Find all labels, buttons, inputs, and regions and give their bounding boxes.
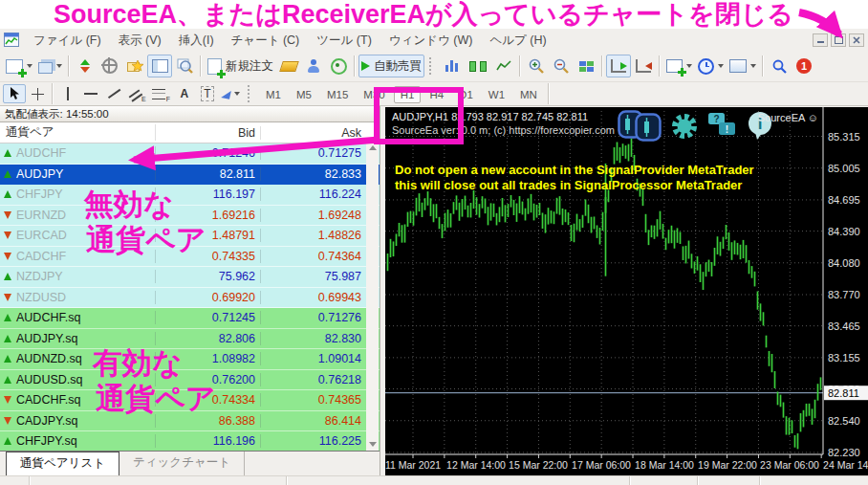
drag-handle[interactable] <box>429 57 435 75</box>
svg-text:11 Mar 2021: 11 Mar 2021 <box>385 459 441 471</box>
periods-button[interactable] <box>695 55 727 77</box>
auto-trading-button[interactable]: 自動売買 <box>358 55 424 77</box>
svg-text:84.080: 84.080 <box>828 257 860 269</box>
strategy-tester-button[interactable] <box>172 55 197 77</box>
candlestick-button[interactable] <box>465 55 491 77</box>
copier-logo-icon[interactable] <box>618 110 662 142</box>
search-button[interactable] <box>767 55 792 77</box>
market-row-CADCHF.sq[interactable]: CADCHF.sq0.743340.74365 <box>0 390 380 411</box>
play-icon <box>361 61 370 71</box>
terminal-toggle-button[interactable] <box>147 55 172 77</box>
chevron-down-icon <box>234 92 240 96</box>
menu-item[interactable]: ファイル (F) <box>25 31 110 50</box>
favorites-button[interactable] <box>122 55 147 77</box>
menu-item[interactable]: 挿入(I) <box>170 31 223 50</box>
minimize-button[interactable] <box>813 33 828 47</box>
tile-windows-button[interactable] <box>574 55 598 77</box>
community-button[interactable] <box>301 55 326 77</box>
vertical-line-button[interactable] <box>56 84 79 103</box>
gear-icon[interactable] <box>669 111 700 142</box>
down-arrow-icon <box>4 294 11 301</box>
menu-item[interactable]: ヘルプ (H) <box>481 31 554 50</box>
timeframe-h1[interactable]: H1 <box>394 86 422 103</box>
close-button[interactable] <box>849 33 864 47</box>
timeframe-h4[interactable]: H4 <box>423 86 450 103</box>
market-row-CHFJPY[interactable]: CHFJPY116.197116.224 <box>0 185 380 206</box>
line-chart-button[interactable] <box>491 55 516 77</box>
auto-trading-label: 自動売買 <box>374 58 422 75</box>
shapes-button[interactable] <box>219 84 243 103</box>
new-chart-button[interactable] <box>3 55 35 77</box>
close-icon <box>853 36 860 44</box>
profiles-button[interactable] <box>35 55 65 77</box>
fibonacci-button[interactable]: F <box>149 84 173 103</box>
timeframe-mn[interactable]: MN <box>513 86 544 103</box>
tab-symbol-list[interactable]: 通貨ペアリスト <box>6 452 119 476</box>
chart-window[interactable]: 85.31585.00584.69584.39084.08083.77083.4… <box>385 107 868 475</box>
timeframe-m15[interactable]: M15 <box>320 86 355 103</box>
restore-button[interactable] <box>831 33 846 47</box>
navigator-button[interactable] <box>98 55 122 77</box>
indicators-button[interactable] <box>663 55 695 77</box>
chart-shift-icon <box>636 59 651 73</box>
market-row-EURNZD[interactable]: EURNZD1.692161.69248 <box>0 206 380 227</box>
market-row-AUDCHF[interactable]: AUDCHF0.712460.71275 <box>0 143 380 165</box>
scroll-up-icon[interactable] <box>369 145 377 150</box>
chevron-down-icon <box>56 64 62 68</box>
separator <box>659 55 661 77</box>
market-watch-toggle-button[interactable] <box>73 55 98 77</box>
line-chart-icon <box>496 60 511 72</box>
channel-button[interactable]: E <box>125 84 149 103</box>
cursor-button[interactable] <box>3 84 26 103</box>
metaeditor-button[interactable] <box>276 55 301 77</box>
chart-shift-button[interactable] <box>631 55 656 77</box>
text-label-button[interactable]: T <box>196 84 219 103</box>
trendline-button[interactable] <box>102 84 125 103</box>
templates-button[interactable] <box>727 55 759 77</box>
drag-handle[interactable] <box>248 85 253 102</box>
market-row-AUDJPY.sq[interactable]: AUDJPY.sq82.80682.830 <box>0 329 380 350</box>
market-row-AUDNZD.sq[interactable]: AUDNZD.sq1.089821.09014 <box>0 349 380 370</box>
market-row-NZDJPY[interactable]: NZDJPY75.96275.987 <box>0 267 380 288</box>
timeframe-w1[interactable]: W1 <box>482 86 511 103</box>
tab-tick-chart[interactable]: ティックチャート <box>119 452 245 475</box>
timeframe-m5[interactable]: M5 <box>290 86 318 103</box>
menu-item[interactable]: チャート (C) <box>223 31 309 50</box>
column-ask[interactable]: Ask <box>261 126 366 140</box>
notifications-button[interactable]: 1 <box>792 55 816 77</box>
cursor-arrow-icon <box>10 87 20 100</box>
horizontal-line-button[interactable] <box>79 84 102 103</box>
help-chat-icon[interactable]: ? ! <box>707 112 738 141</box>
timeframe-m30[interactable]: M30 <box>357 86 391 103</box>
market-row-EURCAD[interactable]: EURCAD1.487911.48826 <box>0 226 380 247</box>
text-button[interactable]: A <box>173 84 196 103</box>
timeframe-d1[interactable]: D1 <box>452 86 480 103</box>
column-bid[interactable]: Bid <box>156 126 261 140</box>
market-row-AUDUSD.sq[interactable]: AUDUSD.sq0.762000.76218 <box>0 370 380 391</box>
minimize-icon <box>817 41 824 43</box>
scroll-down-icon[interactable] <box>369 442 377 447</box>
column-symbol[interactable]: 通貨ペア <box>0 124 156 141</box>
menu-item[interactable]: 表示 (V) <box>110 31 170 50</box>
market-row-CADCHF[interactable]: CADCHF0.743350.74364 <box>0 247 380 268</box>
menu-item[interactable]: ウィンドウ (W) <box>380 31 482 50</box>
crosshair-circle-icon <box>102 58 118 74</box>
scrollbar[interactable] <box>366 143 379 451</box>
timeframe-m1[interactable]: M1 <box>259 86 288 103</box>
auto-scroll-button[interactable] <box>606 55 631 77</box>
market-row-CADJPY.sq[interactable]: CADJPY.sq86.38886.414 <box>0 411 380 432</box>
market-row-CHFJPY.sq[interactable]: CHFJPY.sq116.196116.225 <box>0 431 380 451</box>
crosshair-button[interactable] <box>26 84 49 103</box>
zoom-out-button[interactable] <box>549 55 574 77</box>
market-row-AUDJPY[interactable]: AUDJPY82.81182.833 <box>0 165 380 186</box>
menu-item[interactable]: ツール (T) <box>308 31 380 50</box>
signals-button[interactable] <box>326 55 351 77</box>
market-row-NZDUSD[interactable]: NZDUSD0.699200.69943 <box>0 288 380 309</box>
market-watch-header: 気配値表示: 14:55:00 <box>0 106 380 122</box>
market-row-AUDCHF.sq[interactable]: AUDCHF.sq0.712450.71276 <box>0 308 380 329</box>
zoom-in-button[interactable] <box>524 55 549 77</box>
svg-text:83.770: 83.770 <box>828 289 860 300</box>
bar-chart-button[interactable] <box>440 55 465 77</box>
channel-sub-label: E <box>141 96 146 102</box>
new-order-button[interactable]: 新規注文 <box>205 55 276 77</box>
